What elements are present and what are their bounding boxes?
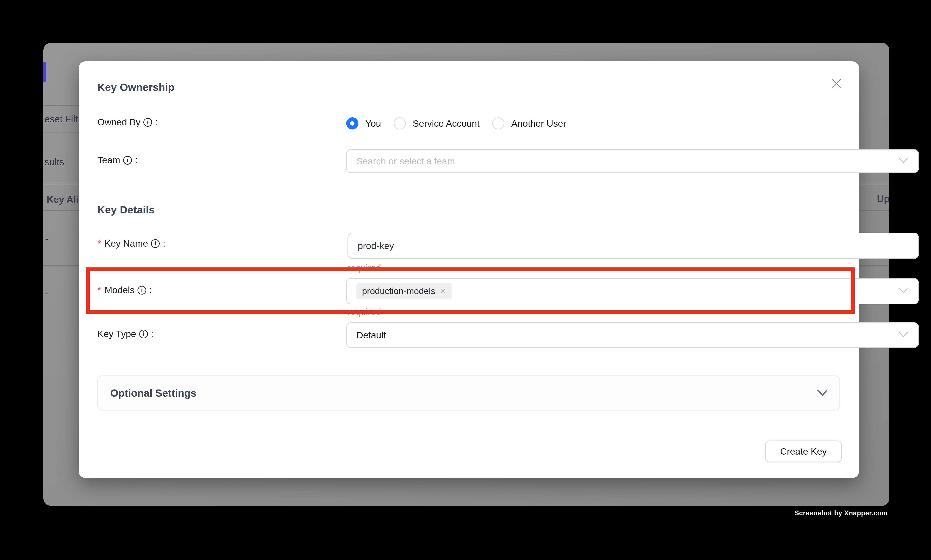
- info-icon[interactable]: i: [123, 156, 132, 165]
- radio-selected-icon: [346, 117, 359, 129]
- models-required-hint: required: [348, 306, 381, 317]
- chevron-down-icon: [899, 288, 908, 295]
- owned-by-label-text: Owned By: [97, 117, 140, 128]
- remove-tag-icon[interactable]: [440, 288, 446, 294]
- key-type-select[interactable]: Default: [346, 322, 919, 348]
- radio-label: Another User: [511, 118, 566, 129]
- optional-settings-title: Optional Settings: [110, 387, 196, 399]
- screenshot-canvas: eset Filt sults Key Alia Up - 11/ - 11/ …: [0, 0, 931, 560]
- watermark-text: Screenshot by Xnapper.com: [794, 509, 888, 517]
- key-name-label-text: Key Name: [105, 238, 148, 249]
- required-asterisk: *: [97, 285, 101, 295]
- background-primary-button-fragment: [43, 62, 46, 82]
- background-row-alias: -: [45, 288, 48, 298]
- key-ownership-section-title: Key Ownership: [97, 82, 175, 93]
- chevron-down-icon: [817, 390, 827, 396]
- label-colon: :: [151, 329, 154, 339]
- key-type-value: Default: [356, 330, 386, 340]
- owned-by-label: Owned By i :: [97, 117, 158, 128]
- label-colon: :: [163, 238, 165, 249]
- radio-option-service-account[interactable]: Service Account: [394, 117, 480, 129]
- required-asterisk: *: [97, 238, 101, 249]
- key-type-label: Key Type i :: [97, 329, 153, 339]
- info-icon[interactable]: i: [151, 239, 160, 248]
- key-type-label-text: Key Type: [97, 329, 136, 339]
- radio-option-you[interactable]: You: [346, 117, 381, 129]
- background-results-partial: sults: [45, 157, 64, 168]
- radio-unselected-icon: [492, 117, 504, 129]
- label-colon: :: [155, 117, 158, 128]
- team-select-placeholder: Search or select a team: [356, 156, 455, 166]
- info-icon[interactable]: i: [143, 118, 152, 127]
- key-name-input[interactable]: prod-key: [348, 233, 919, 259]
- key-name-label: * Key Name i :: [97, 238, 165, 249]
- chevron-down-icon: [899, 158, 908, 165]
- label-colon: :: [149, 285, 152, 295]
- team-label-text: Team: [97, 155, 120, 166]
- create-key-button[interactable]: Create Key: [765, 440, 842, 462]
- close-button[interactable]: [830, 77, 843, 90]
- background-column-updated: Up: [877, 194, 889, 204]
- create-key-button-label: Create Key: [780, 446, 827, 457]
- key-name-value: prod-key: [358, 240, 394, 251]
- radio-unselected-icon: [394, 117, 406, 129]
- selected-model-tag-text: production-models: [362, 286, 435, 296]
- background-column-key-alias: Key Alia: [47, 194, 84, 205]
- create-key-modal: Key Ownership Owned By i : You Service A…: [79, 62, 859, 478]
- models-label-text: Models: [105, 285, 135, 295]
- close-icon: [831, 78, 842, 89]
- team-label: Team i :: [97, 155, 137, 166]
- owned-by-radio-group: You Service Account Another User: [346, 117, 566, 130]
- radio-label: You: [365, 118, 381, 129]
- optional-settings-accordion[interactable]: Optional Settings: [97, 375, 840, 411]
- background-reset-filters-partial: eset Filt: [45, 114, 78, 125]
- label-colon: :: [135, 155, 137, 166]
- background-row-alias: -: [45, 233, 48, 244]
- chevron-down-icon: [899, 332, 908, 338]
- models-label: * Models i :: [97, 285, 152, 295]
- team-select[interactable]: Search or select a team: [346, 149, 919, 173]
- info-icon[interactable]: i: [139, 330, 148, 338]
- info-icon[interactable]: i: [137, 286, 146, 295]
- key-name-required-hint: required: [348, 263, 381, 273]
- selected-model-tag: production-models: [356, 283, 452, 299]
- radio-option-another-user[interactable]: Another User: [492, 117, 566, 129]
- models-select[interactable]: production-models: [346, 278, 919, 304]
- key-details-section-title: Key Details: [97, 204, 155, 216]
- radio-label: Service Account: [413, 118, 480, 129]
